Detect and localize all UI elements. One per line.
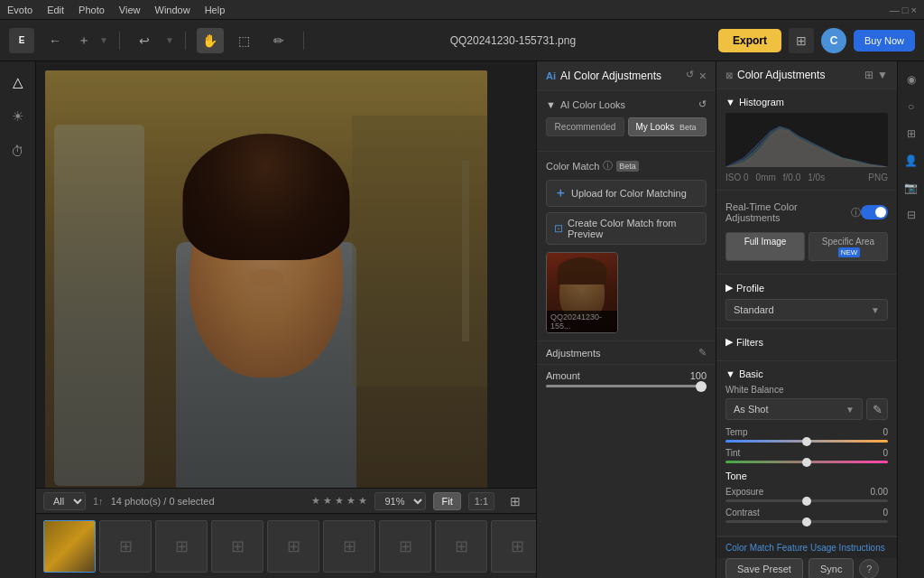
- contrast-slider[interactable]: [725, 520, 888, 523]
- film-item-6[interactable]: ⊞: [379, 520, 431, 573]
- amount-slider-fill: [546, 385, 707, 387]
- tint-slider-thumb[interactable]: [802, 458, 811, 467]
- exposure-slider[interactable]: [725, 499, 888, 502]
- undo-button[interactable]: ↩: [131, 28, 158, 53]
- menu-edit[interactable]: Edit: [47, 5, 64, 15]
- wb-eyedropper[interactable]: ✎: [866, 398, 888, 420]
- full-image-btn[interactable]: Full Image: [725, 232, 805, 261]
- menu-photo[interactable]: Photo: [79, 5, 105, 15]
- realtime-toggle[interactable]: [861, 205, 888, 219]
- ai-color-looks-title[interactable]: ▼ AI Color Looks ↺: [546, 98, 707, 110]
- right-sidebar: ◉ ○ ⊞ 👤 📷 ⊟: [897, 61, 924, 578]
- gallery-icon[interactable]: ⊞: [789, 28, 814, 53]
- create-button[interactable]: ⊡ Create Color Match from Preview: [546, 212, 707, 245]
- realtime-section: Real-Time Color Adjustments ⓘ Full Image…: [716, 191, 897, 275]
- usage-instructions-link[interactable]: Color Match Feature Usage Instructions: [725, 543, 885, 553]
- separator-3: [303, 32, 304, 50]
- panel-menu-icon[interactable]: ⊞: [864, 69, 873, 81]
- realtime-info[interactable]: ⓘ: [851, 206, 861, 219]
- right-sidebar-layers[interactable]: ⊟: [901, 204, 922, 226]
- ai-panel-header: Ai AI Color Adjustments ↺ ×: [537, 61, 716, 91]
- action-buttons: Save Preset Sync ?: [716, 558, 897, 578]
- profile-dropdown[interactable]: Standard ▼: [725, 299, 888, 321]
- tint-slider[interactable]: [725, 461, 888, 463]
- user-avatar[interactable]: C: [821, 28, 846, 53]
- adjustments-edit-icon[interactable]: ✎: [698, 347, 707, 359]
- sidebar-icon-effects[interactable]: ☀: [5, 103, 32, 130]
- color-match-info[interactable]: ⓘ: [603, 159, 613, 172]
- looks-reset[interactable]: ↺: [698, 98, 707, 110]
- contrast-value: 0: [882, 508, 888, 517]
- temp-slider[interactable]: [725, 440, 888, 443]
- right-sidebar-color[interactable]: ◉: [901, 69, 922, 90]
- person-bg: [45, 70, 487, 513]
- exposure-slider-thumb[interactable]: [802, 497, 811, 506]
- photo-count: 14 photo(s) / 0 selected: [111, 496, 305, 507]
- sidebar-icon-history[interactable]: ⏱: [5, 137, 32, 164]
- menu-help[interactable]: Help: [205, 5, 226, 15]
- zoom-select[interactable]: 91%: [374, 492, 426, 510]
- close-panel-button[interactable]: ×: [699, 69, 707, 83]
- histogram-title[interactable]: ▼ Histogram: [725, 97, 888, 107]
- contrast-slider-thumb[interactable]: [802, 517, 811, 527]
- ratio-button[interactable]: 1:1: [468, 492, 494, 510]
- menu-view[interactable]: View: [119, 5, 141, 15]
- temp-value: 0: [882, 427, 888, 437]
- focal-length: 0mm: [756, 172, 776, 182]
- brush-tool[interactable]: ✏: [265, 28, 292, 53]
- right-panel-header: ⊠ Color Adjustments ⊞ ▼: [716, 61, 897, 89]
- reference-image[interactable]: QQ20241230-155...: [546, 252, 618, 333]
- film-thumb-3: ⊞: [212, 521, 263, 572]
- photo-background: [45, 70, 487, 513]
- menu-window[interactable]: Window: [155, 5, 190, 15]
- toggle-knob: [875, 207, 886, 218]
- film-item-0[interactable]: [43, 520, 96, 573]
- buy-button[interactable]: Buy Now: [854, 30, 915, 51]
- menu-evoto[interactable]: Evoto: [7, 5, 32, 15]
- save-preset-button[interactable]: Save Preset: [725, 558, 803, 578]
- film-item-1[interactable]: ⊞: [99, 520, 152, 573]
- temp-slider-thumb[interactable]: [802, 437, 811, 446]
- filters-title[interactable]: ▶ Filters: [725, 336, 888, 348]
- film-item-5[interactable]: ⊞: [323, 520, 375, 573]
- grid-toggle[interactable]: ⊞: [502, 489, 529, 514]
- film-item-3[interactable]: ⊞: [211, 520, 263, 573]
- panel-expand-icon[interactable]: ▼: [877, 69, 888, 81]
- hand-tool[interactable]: ✋: [197, 28, 224, 53]
- wb-dropdown[interactable]: As Shot ▼: [725, 398, 863, 420]
- fit-button[interactable]: Fit: [433, 492, 460, 510]
- add-button[interactable]: ＋: [70, 28, 97, 53]
- tab-my-looks[interactable]: My Looks Beta: [628, 117, 707, 136]
- back-button[interactable]: ←: [42, 28, 69, 53]
- right-sidebar-person[interactable]: 👤: [901, 150, 922, 172]
- film-item-8[interactable]: ⊞: [491, 520, 536, 573]
- film-item-4[interactable]: ⊞: [267, 520, 319, 573]
- sync-button[interactable]: Sync: [808, 558, 854, 578]
- wb-value: As Shot: [734, 404, 769, 415]
- export-button[interactable]: Export: [718, 29, 781, 52]
- realtime-toggle-row: Real-Time Color Adjustments ⓘ: [725, 198, 888, 227]
- contrast-label-row: Contrast 0: [725, 508, 888, 517]
- reset-button[interactable]: ↺: [686, 69, 694, 83]
- area-buttons: Full Image Specific Area NEW: [725, 232, 888, 261]
- filmstrip-items: ⊞ ⊞ ⊞ ⊞ ⊞ ⊞ ⊞ ⊞: [36, 514, 536, 578]
- profile-title[interactable]: ▶ Profile: [725, 282, 888, 294]
- ai-icon: Ai: [546, 70, 556, 81]
- crop-tool[interactable]: ⬚: [231, 28, 258, 53]
- right-sidebar-grid[interactable]: ⊞: [901, 123, 922, 144]
- basic-title[interactable]: ▼ Basic: [725, 368, 888, 379]
- specific-area-btn[interactable]: Specific Area NEW: [808, 232, 888, 261]
- upload-button[interactable]: ＋ Upload for Color Matching: [546, 180, 707, 207]
- right-sidebar-circle[interactable]: ○: [901, 96, 922, 117]
- help-button[interactable]: ?: [859, 559, 879, 578]
- tab-recommended[interactable]: Recommended: [546, 117, 624, 136]
- film-thumb-6: ⊞: [380, 521, 430, 572]
- amount-slider-thumb[interactable]: [696, 381, 707, 392]
- star-rating[interactable]: ★ ★ ★ ★ ★: [311, 495, 367, 507]
- sidebar-icon-photos[interactable]: △: [5, 69, 32, 96]
- film-item-7[interactable]: ⊞: [435, 520, 487, 573]
- filter-select[interactable]: All: [43, 492, 86, 510]
- right-sidebar-camera[interactable]: 📷: [901, 177, 922, 199]
- amount-slider-track[interactable]: [546, 385, 707, 387]
- film-item-2[interactable]: ⊞: [155, 520, 208, 573]
